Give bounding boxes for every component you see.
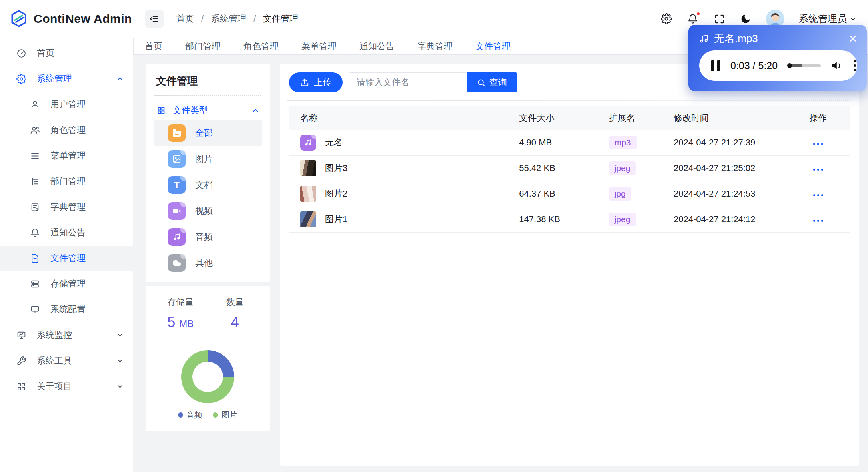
sidebar-item-label: 用户管理 [50, 98, 86, 110]
sidebar-item-department-management[interactable]: 部门管理 [0, 169, 133, 194]
chevron-up-icon [252, 107, 259, 114]
sidebar-item-system-monitor[interactable]: 系统监控 [0, 323, 133, 347]
sidebar-menu: 首页 系统管理 用户管理 角色管理 菜单管理 部门管 [0, 38, 133, 399]
sidebar-item-label: 存储管理 [50, 278, 86, 290]
user-menu[interactable]: 系统管理员 [799, 12, 856, 25]
volume-icon[interactable] [831, 60, 843, 72]
legend-image[interactable]: 图片 [213, 410, 237, 420]
col-actions: 操作 [786, 106, 850, 130]
dashboard-icon [16, 48, 26, 58]
more-actions-icon[interactable] [812, 191, 825, 199]
image-thumbnail[interactable] [300, 186, 316, 202]
sidebar-item-about[interactable]: 关于项目 [0, 374, 133, 399]
video-file-icon [168, 202, 186, 220]
more-actions-icon[interactable] [812, 165, 825, 174]
audio-file-icon [300, 135, 316, 151]
file-type-label: 图片 [195, 153, 213, 165]
sidebar-item-system-config[interactable]: 系统配置 [0, 297, 133, 322]
pause-button[interactable] [711, 60, 720, 71]
table-row[interactable]: 图片3 55.42 KB jpeg 2024-04-27 21:25:02 [289, 155, 850, 181]
file-type-audio[interactable]: 音频 [154, 224, 262, 250]
image-thumbnail[interactable] [300, 211, 316, 227]
sidebar-item-label: 角色管理 [50, 124, 86, 136]
tab-department[interactable]: 部门管理 [174, 38, 232, 54]
sidebar-collapse-button[interactable] [145, 10, 164, 28]
sidebar-item-file-management[interactable]: 文件管理 [0, 246, 133, 271]
sidebar: ContiNew Admin 首页 系统管理 用户管理 角色管理 [0, 0, 133, 472]
file-type-video[interactable]: 视频 [154, 198, 262, 224]
chevron-down-icon [117, 332, 123, 338]
image-thumbnail[interactable] [300, 160, 316, 176]
storage-value: 5 MB [154, 314, 208, 331]
progress-bar[interactable] [787, 63, 821, 68]
file-type-tree-header[interactable]: 文件类型 [154, 101, 262, 120]
sidebar-item-system-management[interactable]: 系统管理 [0, 66, 133, 91]
file-type-image[interactable]: 图片 [154, 146, 262, 172]
sidebar-item-dict-management[interactable]: 字典管理 [0, 195, 133, 219]
player-menu-icon[interactable] [852, 58, 858, 73]
table-row[interactable]: 图片1 147.38 KB jpeg 2024-04-27 21:24:12 [289, 207, 850, 232]
breadcrumb-current: 文件管理 [263, 13, 298, 25]
sidebar-item-home[interactable]: 首页 [0, 41, 133, 66]
player-controls: 0:03 / 5:20 [699, 50, 857, 81]
sidebar-item-user-management[interactable]: 用户管理 [0, 92, 133, 117]
image-file-icon [168, 150, 186, 168]
tree-list-icon [30, 176, 40, 187]
count-label: 数量 [208, 296, 262, 308]
sidebar-item-menu-management[interactable]: 菜单管理 [0, 143, 133, 168]
table-row[interactable]: 图片2 64.37 KB jpg 2024-04-27 21:24:53 [289, 181, 850, 207]
tree-header-label: 文件类型 [173, 104, 208, 116]
tab-dict[interactable]: 字典管理 [406, 38, 464, 54]
folder-icon [168, 124, 186, 142]
file-list-panel: 上传 查询 名称 文件大小 扩展名 修改时间 操作 [280, 64, 859, 466]
table-row[interactable]: 无名 4.90 MB mp3 2024-04-27 21:27:39 [289, 130, 850, 155]
sidebar-item-label: 系统管理 [37, 73, 72, 85]
close-icon[interactable]: ✕ [848, 34, 857, 44]
breadcrumb-home[interactable]: 首页 [176, 13, 194, 25]
sidebar-item-label: 关于项目 [37, 380, 72, 392]
tab-menu[interactable]: 菜单管理 [290, 38, 348, 54]
progress-knob[interactable] [787, 63, 792, 68]
dark-mode-moon-icon[interactable] [740, 13, 752, 25]
divider [287, 100, 850, 101]
col-time: 修改时间 [674, 106, 786, 130]
tab-notice[interactable]: 通知公告 [348, 38, 406, 54]
storage-stats-panel: 存储量 5 MB 数量 4 音频 图片 [146, 286, 270, 431]
legend-audio[interactable]: 音频 [178, 410, 202, 420]
file-type-other[interactable]: 其他 [154, 250, 262, 276]
notifications-bell-icon[interactable] [687, 13, 699, 25]
file-type-all[interactable]: 全部 [154, 120, 262, 146]
more-actions-icon[interactable] [812, 140, 825, 148]
file-type-document[interactable]: T 文档 [154, 172, 262, 198]
more-actions-icon[interactable] [812, 217, 825, 225]
file-name: 图片1 [325, 213, 347, 225]
page-title: 文件管理 [154, 72, 262, 88]
other-file-icon [168, 254, 186, 272]
tab-role[interactable]: 角色管理 [232, 38, 290, 54]
tab-home[interactable]: 首页 [133, 38, 174, 54]
file-name: 图片2 [325, 188, 347, 200]
ext-badge: mp3 [609, 136, 637, 149]
player-time: 0:03 / 5:20 [730, 60, 778, 72]
divider [154, 95, 261, 96]
sidebar-item-role-management[interactable]: 角色管理 [0, 118, 133, 143]
upload-icon [300, 78, 309, 87]
file-type-label: 其他 [195, 257, 213, 269]
breadcrumb-system[interactable]: 系统管理 [211, 13, 246, 25]
storage-icon [30, 279, 40, 289]
upload-button[interactable]: 上传 [289, 72, 343, 92]
divider [155, 341, 260, 341]
sidebar-item-notice[interactable]: 通知公告 [0, 220, 133, 245]
settings-icon[interactable] [660, 13, 672, 25]
query-button[interactable]: 查询 [467, 72, 517, 92]
sidebar-item-system-tools[interactable]: 系统工具 [0, 348, 133, 373]
filename-search-input[interactable] [349, 72, 467, 92]
fullscreen-icon[interactable] [713, 13, 725, 25]
user-name: 系统管理员 [799, 12, 847, 25]
tab-file-management[interactable]: 文件管理 [464, 38, 522, 54]
breadcrumb: 首页 / 系统管理 / 文件管理 [176, 13, 298, 25]
count-value: 4 [208, 314, 262, 331]
col-name: 名称 [289, 106, 519, 130]
sidebar-item-storage-management[interactable]: 存储管理 [0, 271, 133, 296]
chart-legend: 音频 图片 [178, 410, 237, 420]
